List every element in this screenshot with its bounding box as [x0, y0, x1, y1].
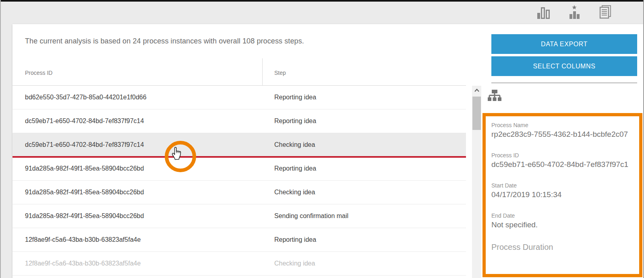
- report-pages-icon[interactable]: [598, 4, 613, 21]
- table-row[interactable]: dc59eb71-e650-4702-84bd-7ef837f97c14 Rep…: [12, 109, 466, 133]
- scrollbar-up-arrow[interactable]: [472, 86, 481, 95]
- process-details-panel: Process Name rp2ec283c9-7555-4362-b144-b…: [482, 113, 642, 277]
- table-row[interactable]: 91da285a-982f-49f1-85ea-58904bcc26bd Che…: [12, 181, 466, 204]
- table-row[interactable]: 12f8ae9f-c5a6-43ba-b30b-63823af5fa4e Rep…: [12, 228, 466, 252]
- process-steps-table: bd62e550-35d7-427b-85a0-44201e1f0d66 Rep…: [12, 86, 466, 276]
- cell-step: Reporting idea: [274, 165, 316, 172]
- bar-chart-icon[interactable]: [536, 4, 551, 21]
- cell-step: Reporting idea: [274, 117, 316, 125]
- ranked-chart-star-icon[interactable]: [567, 4, 582, 21]
- cell-process-id: 91da285a-982f-49f1-85ea-58904bcc26bd: [25, 212, 144, 220]
- analysis-summary-text: The current analysis is based on 24 proc…: [25, 37, 304, 45]
- view-toolbar: [536, 4, 613, 21]
- hand-cursor-icon: [171, 145, 183, 161]
- cell-process-id: 12f8ae9f-c5a6-43ba-b30b-63823af5fa4e: [25, 236, 141, 243]
- table-row-selected[interactable]: dc59eb71-e650-4702-84bd-7ef837f97c14 Che…: [12, 133, 466, 157]
- detail-label: End Date: [491, 212, 637, 219]
- detail-field: Process Duration: [491, 243, 637, 253]
- cell-process-id: 91da285a-982f-49f1-85ea-58904bcc26bd: [25, 165, 144, 172]
- detail-value: dc59eb71-e650-4702-84bd-7ef837f97c1: [491, 160, 637, 169]
- selected-row-underline: [12, 156, 466, 158]
- cell-step: Checking idea: [274, 189, 315, 196]
- table-row[interactable]: bd62e550-35d7-427b-85a0-44201e1f0d66 Rep…: [12, 86, 466, 109]
- detail-field: Start Date 04/17/2019 10:15:34: [491, 182, 637, 199]
- table-row[interactable]: 12f8ae9f-c5a6-43ba-b30b-63823af5fa4e Che…: [12, 252, 466, 276]
- cell-process-id: dc59eb71-e650-4702-84bd-7ef837f97c14: [25, 117, 144, 125]
- detail-value: rp2ec283c9-7555-4362-b144-bcbfe2c07: [491, 130, 637, 139]
- cell-process-id: 12f8ae9f-c5a6-43ba-b30b-63823af5fa4e: [25, 260, 141, 267]
- detail-label: Process ID: [491, 152, 637, 159]
- process-analysis-app: The current analysis is based on 24 proc…: [0, 0, 644, 278]
- cell-step: Reporting idea: [274, 236, 316, 243]
- column-divider: [262, 58, 263, 86]
- window-top-bar: [0, 0, 644, 2]
- cell-step: Reporting idea: [274, 94, 316, 101]
- cell-process-id: dc59eb71-e650-4702-84bd-7ef837f97c14: [25, 141, 144, 148]
- cell-step: Sending confirmation mail: [274, 212, 348, 220]
- cell-step: Checking idea: [274, 260, 315, 267]
- detail-field: Process Name rp2ec283c9-7555-4362-b144-b…: [491, 122, 637, 139]
- window-left-edge: [0, 0, 1, 278]
- column-header-step[interactable]: Step: [274, 70, 286, 76]
- scrollbar-thumb[interactable]: [472, 97, 481, 130]
- detail-field: Process ID dc59eb71-e650-4702-84bd-7ef83…: [491, 152, 637, 169]
- detail-field: End Date Not specified.: [491, 212, 637, 229]
- cell-process-id: 91da285a-982f-49f1-85ea-58904bcc26bd: [25, 189, 144, 196]
- detail-value: Not specified.: [491, 220, 637, 229]
- panel-divider: [491, 82, 637, 83]
- table-row[interactable]: 91da285a-982f-49f1-85ea-58904bcc26bd Sen…: [12, 204, 466, 228]
- detail-label: Start Date: [491, 182, 637, 189]
- org-chart-icon[interactable]: [487, 89, 502, 104]
- detail-value: 04/17/2019 10:15:34: [491, 190, 637, 199]
- table-scrollbar[interactable]: [472, 86, 481, 278]
- detail-label: Process Name: [491, 122, 637, 128]
- table-header: Process ID Step: [12, 58, 466, 86]
- data-export-button[interactable]: DATA EXPORT: [491, 34, 637, 54]
- cell-step: Checking idea: [274, 141, 315, 148]
- column-header-process-id[interactable]: Process ID: [25, 70, 52, 76]
- detail-label: Process Duration: [491, 243, 637, 252]
- select-columns-button[interactable]: SELECT COLUMNS: [491, 56, 637, 76]
- cell-process-id: bd62e550-35d7-427b-85a0-44201e1f0d66: [25, 94, 147, 101]
- table-row[interactable]: 91da285a-982f-49f1-85ea-58904bcc26bd Rep…: [12, 157, 466, 181]
